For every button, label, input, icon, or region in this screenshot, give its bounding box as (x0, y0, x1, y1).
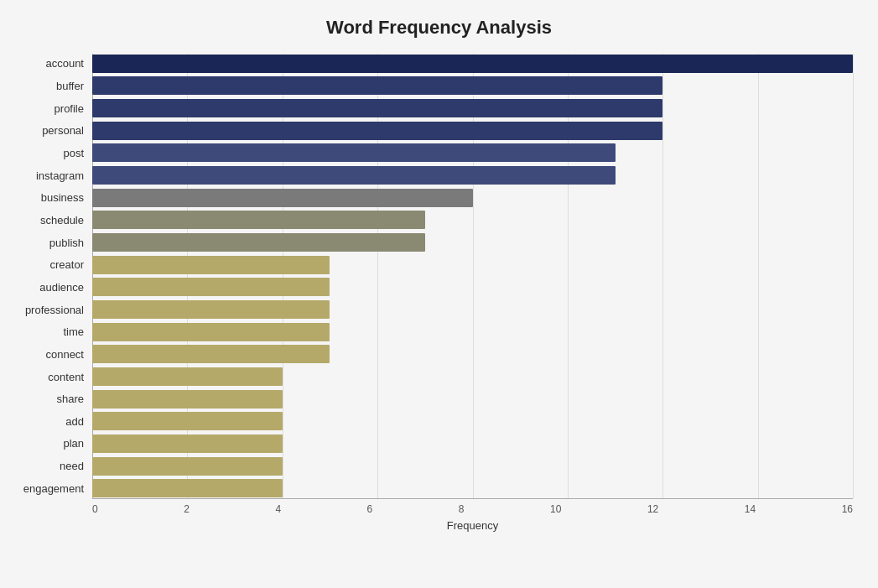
bar-label: content (8, 371, 92, 383)
bar-label: audience (8, 281, 92, 294)
x-tick: 4 (275, 503, 281, 515)
bar-row: buffer (92, 76, 853, 96)
bar (92, 278, 330, 296)
bar (92, 211, 425, 229)
bar-row: schedule (92, 211, 853, 231)
bar-track (92, 211, 853, 231)
x-axis: 0246810121416 Frequency (92, 498, 853, 540)
bar (92, 412, 283, 430)
bar-track (92, 367, 853, 387)
bar (92, 189, 473, 207)
bar-track (92, 322, 853, 342)
x-tick: 6 (367, 503, 373, 515)
x-axis-label: Frequency (92, 519, 853, 532)
bar-row: post (92, 143, 853, 164)
bar (92, 367, 283, 386)
bar (92, 233, 425, 252)
bar (92, 76, 662, 95)
bar (92, 345, 330, 363)
bar-row: connect (92, 345, 853, 365)
bar-label: publish (8, 237, 92, 249)
bar-track (92, 478, 853, 498)
bar-track (92, 165, 853, 185)
bar-label: time (8, 325, 92, 338)
x-tick: 16 (842, 503, 853, 515)
bar-track (92, 412, 853, 432)
bar-label: professional (8, 304, 92, 316)
bar-track (92, 98, 853, 118)
x-tick: 2 (184, 503, 190, 515)
bar (92, 390, 283, 408)
bar-row: account (92, 54, 853, 74)
x-tick: 10 (550, 503, 561, 515)
bar-label: engagement (8, 482, 92, 495)
bar-row: audience (92, 278, 853, 298)
bar (92, 479, 283, 497)
bar-label: need (8, 460, 92, 472)
bar-row: professional (92, 299, 853, 320)
x-tick: 12 (647, 503, 658, 515)
bar-track (92, 54, 853, 74)
bar (92, 256, 330, 274)
bar-row: instagram (92, 165, 853, 185)
chart-container: Word Frequency Analysis accountbufferpro… (0, 0, 878, 588)
bar-track (92, 299, 853, 320)
bar-track (92, 121, 853, 141)
bar-label: personal (8, 124, 92, 137)
bar-track (92, 434, 853, 454)
bar (92, 122, 662, 140)
bar-row: time (92, 322, 853, 342)
grid-line (853, 54, 854, 498)
bar-track (92, 76, 853, 96)
bars-wrapper: accountbufferprofilepersonalpostinstagra… (92, 54, 853, 498)
x-ticks: 0246810121416 (92, 499, 853, 515)
bar-row: profile (92, 98, 853, 118)
chart-area: accountbufferprofilepersonalpostinstagra… (92, 54, 853, 540)
bar-label: buffer (8, 80, 92, 92)
bar-row: plan (92, 434, 853, 454)
bar (92, 166, 616, 185)
bar-row: share (92, 389, 853, 409)
bar-track (92, 389, 853, 409)
bar-row: personal (92, 121, 853, 141)
bar-row: creator (92, 255, 853, 275)
bar-track (92, 278, 853, 298)
bar (92, 99, 662, 117)
x-tick: 0 (92, 503, 98, 515)
bar-label: connect (8, 348, 92, 361)
bar-track (92, 143, 853, 164)
bar-label: profile (8, 102, 92, 115)
bar-label: share (8, 393, 92, 405)
bar-track (92, 188, 853, 208)
bar-track (92, 456, 853, 476)
chart-title: Word Frequency Analysis (25, 17, 853, 39)
bar-track (92, 345, 853, 365)
bar (92, 55, 853, 73)
bar-label: plan (8, 437, 92, 450)
bar-track (92, 255, 853, 275)
bar-row: add (92, 412, 853, 432)
bar-label: account (8, 57, 92, 70)
x-tick: 14 (745, 503, 756, 515)
bar-label: post (8, 147, 92, 159)
bar (92, 457, 283, 476)
bar-row: engagement (92, 478, 853, 498)
bar-row: publish (92, 232, 853, 252)
x-tick: 8 (459, 503, 465, 515)
bar-label: creator (8, 258, 92, 271)
bar-label: schedule (8, 214, 92, 226)
bar (92, 300, 330, 319)
bar-label: business (8, 191, 92, 204)
bar-label: instagram (8, 169, 92, 182)
bar-track (92, 232, 853, 252)
bar-row: need (92, 456, 853, 476)
bar-row: content (92, 367, 853, 387)
bar (92, 323, 330, 341)
bar-row: business (92, 188, 853, 208)
bar-label: add (8, 415, 92, 428)
bar (92, 143, 616, 162)
bar (92, 434, 283, 453)
